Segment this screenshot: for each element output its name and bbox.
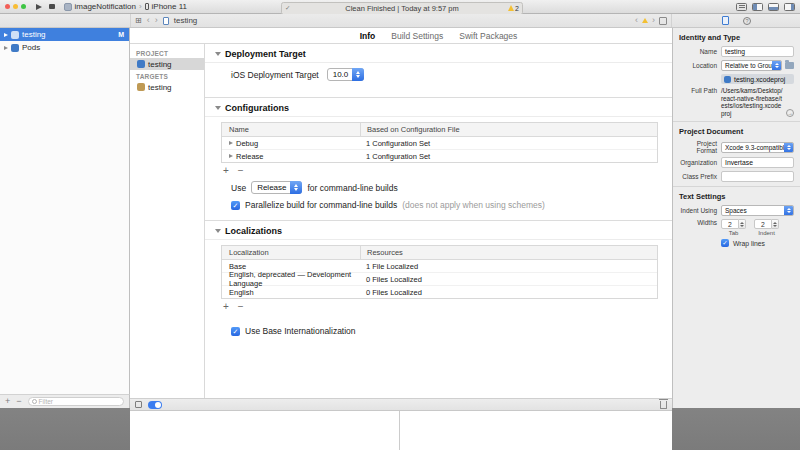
project-format-row: Project Format Xcode 9.3-compatible [679,140,794,154]
file-name-row[interactable]: testing.xcodeproj [721,74,794,84]
localizations-table: Localization Resources Base 1 File Local… [221,245,658,299]
remove-button[interactable] [238,302,244,312]
toggle-navigator-icon[interactable] [752,3,763,11]
breakpoints-toggle[interactable] [148,401,162,409]
column-header-name: Name [222,125,360,134]
deployment-target-dropdown[interactable]: 10.0 [327,68,365,81]
name-field[interactable]: testing [721,46,794,57]
stepper-arrows-icon[interactable] [772,219,779,229]
stop-icon[interactable] [49,4,55,10]
toggle-debug-area-icon[interactable] [768,3,779,11]
disclosure-triangle-icon[interactable] [215,229,221,233]
activity-viewer: Clean Finished | Today at 9:57 pm 2 [281,2,523,15]
quick-help-icon[interactable] [743,17,751,25]
project-targets-sidebar: PROJECT testing TARGETS testing [130,44,205,398]
hide-debug-area-icon[interactable] [135,401,142,408]
table-add-remove [223,302,658,312]
main-toolbar: imageNotification iPhone 11 Clean Finish… [0,0,800,14]
remove-button[interactable] [238,166,244,176]
tab-info[interactable]: Info [360,31,376,41]
table-row[interactable]: Debug 1 Configuration Set [222,137,657,149]
parallelize-checkbox[interactable] [231,201,240,210]
location-dropdown[interactable]: Relative to Group [721,60,782,71]
stepper-arrows-icon[interactable] [739,219,746,229]
next-issue-icon[interactable] [652,16,655,25]
navigator-item-testing[interactable]: testing M [0,28,129,41]
toolbar-right-buttons [736,3,795,11]
disclosure-triangle-icon[interactable] [4,33,8,37]
editor-content: Deployment Target iOS Deployment Target … [205,44,672,398]
file-name: testing.xcodeproj [734,76,785,83]
file-inspector-icon[interactable] [722,16,729,25]
organization-field[interactable]: Invertase [721,157,794,168]
toggle-inspector-icon[interactable] [784,3,795,11]
add-button[interactable] [223,302,229,312]
full-path-label: Full Path [679,87,721,94]
tab-width-stepper[interactable]: 2 [721,219,746,229]
use-suffix-label: for command-line builds [307,183,397,193]
editor-tabs: Info Build Settings Swift Packages [130,28,672,44]
tab-build-settings[interactable]: Build Settings [391,31,443,41]
location-row: Location Relative to Group [679,60,794,71]
editor-options-icon[interactable] [736,3,747,11]
reveal-arrow-icon[interactable] [786,109,794,117]
base-internationalization-label: Use Base Internationalization [245,326,356,336]
close-window-button[interactable] [5,4,10,9]
disclosure-triangle-icon[interactable] [229,154,233,158]
configuration-value: 1 Configuration Set [360,139,657,148]
target-icon [137,83,145,91]
name-row: Name testing [679,46,794,57]
sidebar-item-project-testing[interactable]: testing [130,58,204,70]
sidebar-item-target-testing[interactable]: testing [130,81,204,93]
table-row[interactable]: English 0 Files Localized [222,285,657,298]
document-section-title: Project Document [679,127,794,136]
class-prefix-field[interactable] [721,171,794,182]
device-icon [145,3,149,10]
scheme-selector[interactable]: imageNotification iPhone 11 [64,2,187,11]
wrap-lines-checkbox[interactable] [721,239,729,247]
table-row[interactable]: Release 1 Configuration Set [222,149,657,162]
scheme-app-icon [64,3,72,11]
warning-icon [642,18,648,23]
add-button[interactable] [5,397,10,406]
add-button[interactable] [223,166,229,176]
back-icon[interactable] [147,16,150,25]
forward-icon[interactable] [155,16,158,25]
window-tab-label[interactable]: testing [174,16,198,25]
full-path-value: /Users/kams/Desktop/react-native-firebas… [721,87,784,117]
run-icon[interactable] [36,4,42,10]
organization-row: Organization Invertase [679,157,794,168]
filter-field[interactable]: Filter [28,397,124,406]
minimap-icon[interactable] [659,17,667,25]
table-row[interactable]: English, deprecated — Development Langua… [222,272,657,285]
dropdown-arrows-icon [772,60,782,71]
dropdown-value: 10.0 [333,70,349,79]
indent-using-label: Indent Using [679,207,721,214]
navigator-item-pods[interactable]: Pods [0,41,129,54]
warning-count-button[interactable]: 2 [508,5,519,12]
project-group-header: PROJECT [130,47,204,58]
section-title: Localizations [225,226,282,236]
indent-width-stepper[interactable]: 2 [754,219,779,229]
folder-icon[interactable] [785,62,794,69]
remove-button[interactable] [16,397,21,406]
related-items-icon[interactable] [135,17,142,25]
project-format-dropdown[interactable]: Xcode 9.3-compatible [721,142,794,153]
class-prefix-label: Class Prefix [679,173,721,180]
trash-icon[interactable] [660,401,667,409]
zoom-window-button[interactable] [21,4,26,9]
tab-swift-packages[interactable]: Swift Packages [459,31,517,41]
indent-width-group: 2 Indent [754,219,779,236]
indent-using-dropdown[interactable]: Spaces [721,205,794,216]
disclosure-triangle-icon[interactable] [4,46,8,50]
disclosure-triangle-icon[interactable] [215,52,221,56]
widths-row: Widths 2 Tab 2 Indent [679,219,794,236]
previous-issue-icon[interactable] [635,16,638,25]
indent-sublabel: Indent [758,230,775,236]
base-internationalization-checkbox[interactable] [231,327,240,336]
disclosure-triangle-icon[interactable] [229,141,233,145]
disclosure-triangle-icon[interactable] [215,106,221,110]
command-line-config-dropdown[interactable]: Release [251,181,302,194]
targets-group-header: TARGETS [130,70,204,81]
minimize-window-button[interactable] [13,4,18,9]
